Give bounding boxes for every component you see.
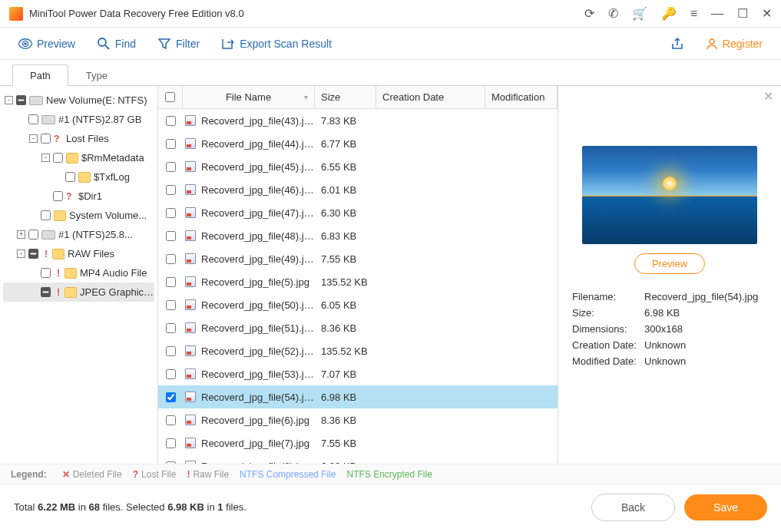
row-checkbox[interactable] (166, 231, 176, 241)
image-file-icon (185, 299, 196, 310)
tree-checkbox[interactable] (28, 230, 38, 240)
search-icon (97, 37, 111, 51)
image-file-icon (185, 415, 196, 425)
cart-icon[interactable]: 🛒 (632, 6, 647, 21)
cell-filename: Recoverd_jpg_file(5).jpg (198, 276, 315, 288)
col-modification[interactable]: Modification (485, 86, 558, 108)
tree-node[interactable]: +#1 (NTFS)25.8... (3, 225, 154, 244)
tree-label: MP4 Audio File (80, 267, 147, 279)
row-checkbox[interactable] (166, 300, 176, 310)
row-checkbox[interactable] (166, 139, 176, 149)
row-checkbox[interactable] (166, 277, 176, 287)
tree-node[interactable]: !JPEG Graphics... (3, 283, 154, 302)
tree-checkbox[interactable] (16, 95, 26, 105)
tree-expander[interactable]: - (5, 96, 13, 104)
tab-type[interactable]: Type (68, 64, 125, 86)
table-body[interactable]: Recoverd_jpg_file(43).jpg7.83 KBRecoverd… (158, 109, 558, 464)
row-checkbox[interactable] (166, 392, 176, 402)
save-button[interactable]: Save (684, 494, 767, 520)
tree-node[interactable]: -!RAW Files (3, 244, 154, 263)
cell-filename: Recoverd_jpg_file(53).jpg (198, 368, 315, 380)
select-all-checkbox[interactable] (165, 92, 175, 102)
minimize-icon[interactable]: — (711, 7, 723, 21)
row-checkbox[interactable] (166, 208, 176, 218)
row-checkbox[interactable] (166, 162, 176, 172)
tree-checkbox[interactable] (65, 172, 75, 182)
row-checkbox[interactable] (166, 254, 176, 264)
tree-checkbox[interactable] (41, 268, 51, 278)
tab-path[interactable]: Path (12, 64, 68, 86)
row-checkbox[interactable] (166, 185, 176, 195)
tree-checkbox[interactable] (41, 287, 51, 297)
tree-expander[interactable]: + (17, 230, 25, 239)
col-filename[interactable]: File Name (183, 86, 315, 108)
row-checkbox[interactable] (166, 369, 176, 379)
support-icon[interactable]: ✆ (608, 6, 618, 21)
tree-node[interactable]: $TxfLog (3, 167, 154, 187)
row-checkbox[interactable] (166, 323, 176, 333)
meta-cdate-val: Unknown (644, 339, 767, 351)
tree-checkbox[interactable] (53, 153, 63, 163)
col-size[interactable]: Size (315, 86, 376, 108)
tree-node[interactable]: -$RmMetadata (3, 148, 154, 167)
col-creation-date[interactable]: Creation Date (376, 86, 485, 108)
tree-label: $RmMetadata (81, 152, 144, 164)
table-row[interactable]: Recoverd_jpg_file(52).jpg135.52 KB (158, 339, 558, 362)
close-icon[interactable]: ✕ (762, 6, 772, 21)
tree-node[interactable]: !MP4 Audio File (3, 263, 154, 283)
table-row[interactable]: Recoverd_jpg_file(5).jpg135.52 KB (158, 270, 558, 293)
folder-icon (78, 172, 91, 183)
row-checkbox[interactable] (166, 438, 176, 448)
legend-label: Legend: (11, 469, 47, 480)
export-button[interactable]: Export Scan Result (221, 37, 332, 51)
table-row[interactable]: Recoverd_jpg_file(50).jpg6.05 KB (158, 293, 558, 316)
tree-node[interactable]: System Volume... (3, 206, 154, 225)
table-row[interactable]: Recoverd_jpg_file(46).jpg6.01 KB (158, 178, 558, 201)
table-row[interactable]: Recoverd_jpg_file(51).jpg8.36 KB (158, 316, 558, 339)
table-row[interactable]: Recoverd_jpg_file(49).jpg7.55 KB (158, 247, 558, 270)
tree-checkbox[interactable] (41, 210, 51, 220)
row-checkbox[interactable] (166, 415, 176, 425)
row-checkbox[interactable] (166, 116, 176, 126)
maximize-icon[interactable]: ☐ (737, 6, 748, 21)
meta-dim-key: Dimensions: (572, 323, 644, 335)
reload-icon[interactable]: ⟳ (584, 6, 594, 21)
share-icon[interactable] (670, 37, 684, 51)
tree-node[interactable]: #1 (NTFS)2.87 GB (3, 110, 154, 129)
tree-checkbox[interactable] (53, 191, 63, 201)
table-row[interactable]: Recoverd_jpg_file(6).jpg8.36 KB (158, 408, 558, 431)
table-row[interactable]: Recoverd_jpg_file(45).jpg6.55 KB (158, 155, 558, 178)
tree-expander[interactable]: - (29, 134, 38, 143)
tree-node[interactable]: -New Volume(E: NTFS) (3, 91, 154, 110)
menu-icon[interactable]: ≡ (690, 7, 697, 21)
preview-button[interactable]: Preview (18, 37, 75, 51)
tree-checkbox[interactable] (28, 114, 38, 124)
table-row[interactable]: Recoverd_jpg_file(44).jpg6.77 KB (158, 132, 558, 155)
find-button[interactable]: Find (97, 37, 136, 51)
tree-node[interactable]: ?$Dir1 (3, 187, 154, 206)
filter-button[interactable]: Filter (157, 37, 200, 51)
table-row[interactable]: Recoverd_jpg_file(48).jpg6.83 KB (158, 224, 558, 247)
table-row[interactable]: Recoverd_jpg_file(54).jpg6.98 KB (158, 385, 558, 408)
row-checkbox[interactable] (166, 346, 176, 356)
eye-icon (18, 37, 32, 51)
table-row[interactable]: Recoverd_jpg_file(43).jpg7.83 KB (158, 109, 558, 132)
folder-tree[interactable]: -New Volume(E: NTFS)#1 (NTFS)2.87 GB-?Lo… (0, 86, 157, 464)
tree-checkbox[interactable] (28, 249, 38, 259)
key-icon[interactable]: 🔑 (661, 6, 677, 21)
cell-filename: Recoverd_jpg_file(8).jpg (198, 461, 315, 464)
preview-open-button[interactable]: Preview (634, 253, 705, 274)
row-checkbox[interactable] (166, 461, 176, 464)
table-row[interactable]: Recoverd_jpg_file(8).jpg6.83 KB (158, 454, 558, 464)
table-row[interactable]: Recoverd_jpg_file(47).jpg6.30 KB (158, 201, 558, 224)
tree-checkbox[interactable] (41, 134, 51, 144)
cell-filename: Recoverd_jpg_file(48).jpg (198, 230, 315, 242)
register-button[interactable]: Register (706, 38, 763, 50)
close-preview-icon[interactable]: ✕ (763, 89, 773, 104)
table-row[interactable]: Recoverd_jpg_file(7).jpg7.55 KB (158, 431, 558, 454)
tree-expander[interactable]: - (41, 154, 50, 162)
back-button[interactable]: Back (591, 494, 675, 521)
tree-node[interactable]: -?Lost Files (3, 129, 154, 148)
tree-expander[interactable]: - (17, 249, 25, 258)
table-row[interactable]: Recoverd_jpg_file(53).jpg7.07 KB (158, 362, 558, 385)
